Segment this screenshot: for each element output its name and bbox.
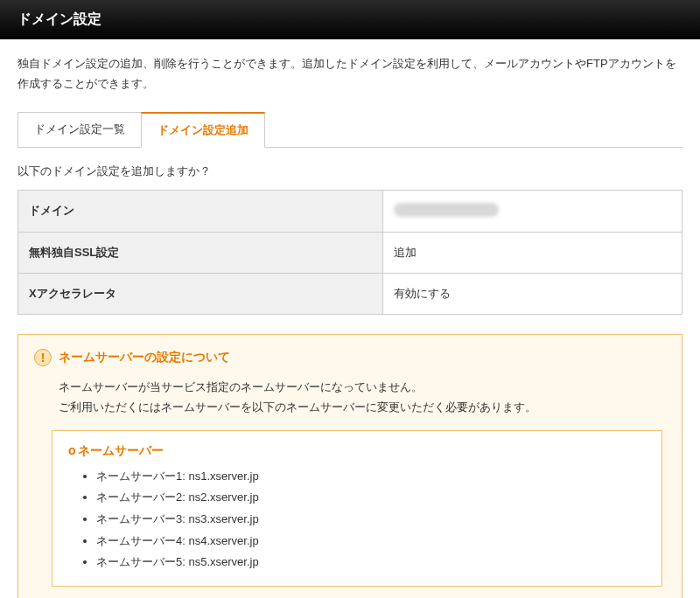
nameserver-list: ネームサーバー1: ns1.xserver.jp ネームサーバー2: ns2.x… bbox=[68, 466, 646, 574]
row-value-ssl: 追加 bbox=[383, 232, 682, 273]
nameserver-notice: ! ネームサーバーの設定について ネームサーバーが当サービス指定のネームサーバー… bbox=[18, 334, 682, 598]
tab-domain-add[interactable]: ドメイン設定追加 bbox=[141, 112, 265, 148]
notice-line-1: ネームサーバーが当サービス指定のネームサーバーになっていません。 bbox=[59, 380, 423, 393]
nameserver-box: ネームサーバー ネームサーバー1: ns1.xserver.jp ネームサーバー… bbox=[52, 430, 662, 587]
list-item: ネームサーバー5: ns5.xserver.jp bbox=[96, 552, 646, 574]
notice-title: ネームサーバーの設定について bbox=[59, 350, 230, 365]
exclamation-icon: ! bbox=[34, 349, 52, 366]
row-value-xaccel: 有効にする bbox=[383, 273, 682, 314]
page-title: ドメイン設定 bbox=[18, 11, 102, 26]
row-label-ssl: 無料独自SSL設定 bbox=[18, 232, 383, 273]
notice-header: ! ネームサーバーの設定について bbox=[34, 349, 666, 366]
settings-table: ドメイン 無料独自SSL設定 追加 Xアクセラレータ 有効にする bbox=[18, 190, 682, 315]
content-area: 独自ドメイン設定の追加、削除を行うことができます。追加したドメイン設定を利用して… bbox=[0, 39, 700, 598]
list-item: ネームサーバー4: ns4.xserver.jp bbox=[96, 531, 646, 553]
table-row: Xアクセラレータ 有効にする bbox=[18, 273, 682, 314]
table-row: ドメイン bbox=[18, 190, 682, 232]
notice-line-2: ご利用いただくにはネームサーバーを以下のネームサーバーに変更いただく必要がありま… bbox=[59, 400, 536, 414]
tab-label: ドメイン設定追加 bbox=[158, 123, 248, 136]
row-value-domain bbox=[383, 190, 682, 232]
tab-label: ドメイン設定一覧 bbox=[34, 122, 125, 136]
domain-value-blurred bbox=[394, 203, 499, 217]
tab-domain-list[interactable]: ドメイン設定一覧 bbox=[18, 112, 142, 147]
nameserver-box-title: ネームサーバー bbox=[68, 443, 646, 459]
list-item: ネームサーバー1: ns1.xserver.jp bbox=[96, 466, 646, 488]
tabs: ドメイン設定一覧 ドメイン設定追加 bbox=[18, 112, 682, 148]
confirm-text: 以下のドメイン設定を追加しますか？ bbox=[18, 163, 682, 179]
list-item: ネームサーバー3: ns3.xserver.jp bbox=[96, 509, 646, 531]
table-row: 無料独自SSL設定 追加 bbox=[18, 232, 682, 273]
row-label-domain: ドメイン bbox=[18, 190, 383, 232]
list-item: ネームサーバー2: ns2.xserver.jp bbox=[96, 487, 646, 509]
notice-text: ネームサーバーが当サービス指定のネームサーバーになっていません。 ご利用いただく… bbox=[34, 377, 666, 418]
page-description: 独自ドメイン設定の追加、削除を行うことができます。追加したドメイン設定を利用して… bbox=[18, 53, 682, 94]
row-label-xaccel: Xアクセラレータ bbox=[18, 273, 383, 314]
page-header: ドメイン設定 bbox=[0, 0, 700, 39]
